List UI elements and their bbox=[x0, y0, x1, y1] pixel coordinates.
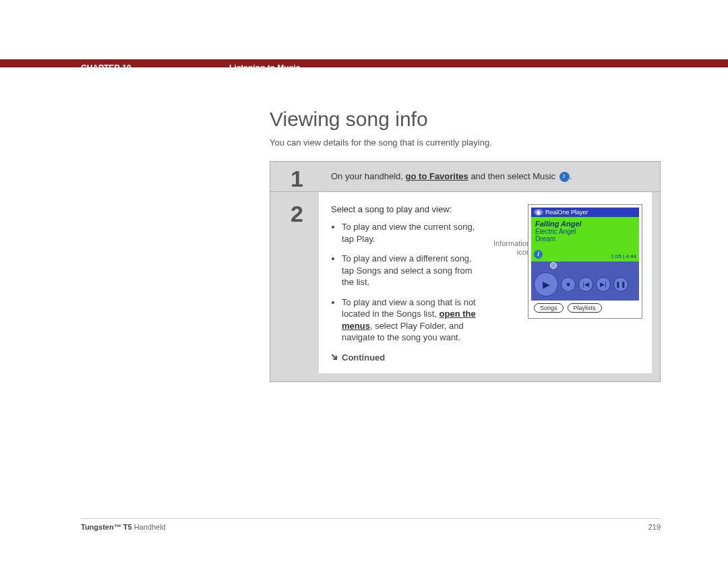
go-to-favorites-link[interactable]: go to Favorites bbox=[406, 171, 468, 181]
page-number: 219 bbox=[648, 523, 661, 531]
step2-item: To play and view a different song, tap S… bbox=[342, 253, 486, 288]
page-footer: Tungsten™ T5 Handheld 219 bbox=[81, 518, 661, 531]
playback-controls: ▶ ■ |◀ ▶| ❚❚ bbox=[531, 268, 639, 301]
page-title: Viewing song info bbox=[270, 108, 661, 131]
play-button[interactable]: ▶ bbox=[534, 272, 558, 296]
step-number-2: 2 bbox=[291, 201, 303, 227]
step1-pre: On your handheld, bbox=[331, 171, 406, 181]
chapter-label: CHAPTER 10 bbox=[81, 63, 131, 73]
app-logo-icon: ◉ bbox=[534, 209, 543, 216]
step-1-row: On your handheld, go to Favorites and th… bbox=[270, 162, 660, 192]
chapter-header: CHAPTER 10 Listening to Music bbox=[0, 59, 728, 67]
steps-box: 1 2 On your handheld, go to Favorites an… bbox=[270, 161, 661, 382]
step2-item: To play and view a song that is not loca… bbox=[342, 296, 486, 344]
device-now-playing: Falling Angel Electric Angel Dream i 1:0… bbox=[531, 217, 639, 261]
step-number-1: 1 bbox=[291, 166, 303, 192]
main-content: Viewing song info You can view details f… bbox=[270, 108, 661, 382]
continued-label: ➔Continued bbox=[331, 352, 486, 363]
pause-button[interactable]: ❚❚ bbox=[613, 277, 628, 292]
playback-time: 1:05 | 4:44 bbox=[611, 253, 636, 259]
playlists-tab[interactable]: Playlists bbox=[568, 303, 602, 313]
device-bottom-tabs: Songs Playlists bbox=[531, 301, 639, 315]
step-2-panel: Select a song to play and view: To play … bbox=[319, 192, 652, 373]
progress-bar[interactable] bbox=[531, 261, 639, 268]
step2-item: To play and view the current song, tap P… bbox=[342, 221, 486, 245]
continued-arrow-icon: ➔ bbox=[328, 350, 342, 364]
songs-tab[interactable]: Songs bbox=[534, 303, 564, 313]
device-app-title: ◉RealOne Player bbox=[531, 208, 639, 217]
device-screenshot: ◉RealOne Player Falling Angel Electric A… bbox=[528, 204, 642, 319]
intro-text: You can view details for the song that i… bbox=[270, 137, 661, 148]
song-title: Falling Angel bbox=[535, 220, 635, 228]
information-icon-callout: Information icon bbox=[483, 239, 530, 257]
step2-title: Select a song to play and view: bbox=[331, 204, 486, 214]
progress-thumb-icon[interactable] bbox=[550, 262, 557, 269]
information-icon[interactable]: i bbox=[534, 250, 543, 259]
song-album: Dream bbox=[535, 235, 635, 243]
song-artist: Electric Angel bbox=[535, 228, 635, 235]
stop-button[interactable]: ■ bbox=[561, 277, 576, 292]
step1-post: and then select Music bbox=[468, 171, 558, 181]
music-app-icon bbox=[559, 172, 570, 182]
step2-text: Select a song to play and view: To play … bbox=[331, 204, 486, 363]
chapter-title: Listening to Music bbox=[229, 63, 300, 73]
next-button[interactable]: ▶| bbox=[596, 277, 611, 292]
prev-button[interactable]: |◀ bbox=[578, 277, 593, 292]
product-name: Tungsten™ T5 Handheld bbox=[81, 523, 166, 531]
